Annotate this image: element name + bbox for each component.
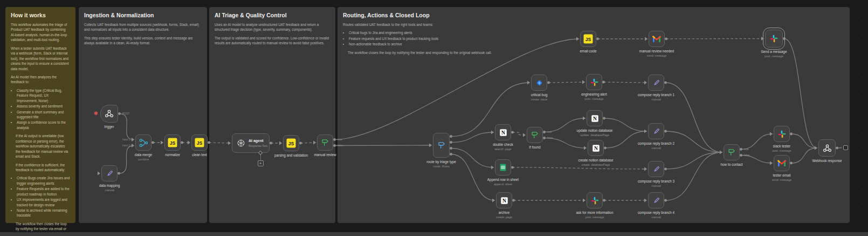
svg-text:N: N [594, 145, 598, 151]
node-parsing[interactable]: JS [283, 135, 299, 151]
node-label: engineering alertpost: message [562, 92, 626, 101]
node-subtitle: create: page [472, 215, 536, 219]
node-tester-email[interactable] [774, 155, 790, 171]
notion-icon: N [591, 114, 599, 123]
node-subtitle: manual [624, 215, 688, 219]
node-critical-bug[interactable] [531, 75, 547, 91]
node-data-mapping[interactable] [101, 165, 118, 181]
node-clean-text[interactable]: JS [191, 134, 208, 151]
node-subtitle: post: message [742, 55, 807, 58]
node-compose-reply-branch-3[interactable] [648, 161, 664, 177]
node-subtitle: manual [624, 146, 688, 150]
node-label: create notion databasecreate: databasePa… [563, 158, 628, 167]
workflow-endpoint[interactable] [843, 145, 848, 150]
node-subtitle: post: message [562, 97, 626, 101]
node-label: clean text [167, 153, 232, 157]
node-title: AI agent [249, 139, 267, 143]
node-label: compose reply branch 2manual [624, 141, 688, 150]
node-trigger[interactable] [100, 105, 118, 123]
workflow-canvas[interactable]: How it works This workflow automates the… [0, 0, 868, 236]
node-label: archivecreate: page [472, 211, 536, 219]
switch-icon [437, 141, 446, 150]
node-label: compose reply branch 3manual [624, 179, 688, 188]
node-label: compose reply branch 4manual [624, 211, 688, 219]
svg-text:JS: JS [288, 141, 294, 146]
node-compose-reply-branch-2[interactable] [648, 123, 664, 139]
js-icon: JS [168, 138, 177, 147]
node-how-to-contact[interactable] [724, 144, 740, 160]
gmail-icon [652, 36, 661, 43]
node-webhook-response[interactable] [818, 139, 836, 157]
slack-icon [590, 78, 598, 86]
node-engineering-alert[interactable] [586, 74, 602, 90]
node-label: update notion databaseupdate: databasePa… [562, 129, 627, 137]
node-label: tester emailsend: message [749, 173, 814, 182]
node-subtitle: post: message [562, 215, 627, 219]
node-label: Append row in sheetappend: sheet [471, 178, 535, 186]
node-label: email code [556, 49, 621, 53]
node-label: manual review [293, 153, 357, 157]
notion-icon: N [592, 144, 600, 152]
node-label: If found [502, 145, 567, 150]
openai-icon [237, 139, 245, 147]
add-subnode-button[interactable]: + [258, 160, 264, 166]
node-compose-reply-branch-1[interactable] [648, 75, 664, 91]
node-create-notion-database[interactable]: N [588, 140, 604, 156]
node-label: slack testerpost: message [749, 144, 814, 153]
node-subtitle: create: databasePage [563, 163, 628, 167]
node-subtitle: manual [624, 184, 688, 188]
js-icon: JS [195, 138, 204, 147]
node-compose-reply-branch-4[interactable] [648, 192, 664, 208]
notion-icon: N [499, 129, 507, 137]
svg-text:JS: JS [197, 140, 203, 146]
node-update-notion-database[interactable]: N [587, 110, 603, 126]
node-label: Webhook response [795, 159, 859, 163]
node-slack-tester[interactable] [774, 126, 790, 142]
svg-text:N: N [502, 198, 506, 204]
svg-text:N: N [501, 130, 505, 136]
if-icon [321, 138, 329, 147]
node-subtitle: send: message [624, 54, 689, 58]
node-label: how to contact [699, 163, 764, 167]
pencil-icon [652, 79, 660, 87]
trigger-issue-indicator: ✱ [94, 111, 98, 116]
node-send-a-message[interactable] [765, 30, 783, 48]
node-route-by-triage-type[interactable] [433, 133, 450, 158]
pencil-icon [106, 170, 114, 178]
pencil-icon [652, 197, 660, 205]
gmail-icon [777, 160, 786, 167]
node-if-found[interactable] [527, 127, 543, 143]
node-subtitle: Response Text [249, 144, 267, 147]
node-subtitle: manual [624, 98, 688, 102]
node-ai-agent[interactable]: AI agentResponse Text [232, 133, 270, 153]
jira-icon [535, 79, 543, 87]
canvas-bottom-edge [0, 232, 868, 236]
merge-icon [139, 138, 148, 147]
node-double-check[interactable]: N [495, 124, 511, 140]
node-subtitle: update: databasePage [562, 133, 627, 137]
node-data-merge[interactable] [135, 134, 151, 151]
svg-text:N: N [593, 116, 597, 122]
slack-icon [591, 197, 599, 205]
js-icon: JS [583, 34, 593, 44]
svg-text:JS: JS [585, 37, 591, 42]
notion-icon: N [500, 197, 508, 205]
node-archive[interactable]: N [496, 192, 512, 208]
node-subtitle: manual [77, 188, 142, 192]
webhook-icon [823, 144, 832, 153]
node-email-code[interactable]: JS [580, 31, 596, 47]
node-normalize[interactable]: JS [164, 134, 181, 151]
if-icon [531, 131, 539, 139]
nodes-layer: trigger✱data mappingmanualdata mergecomb… [0, 0, 868, 236]
node-label: trigger [77, 125, 142, 129]
node-label: compose reply branch 1manual [624, 93, 688, 102]
js-icon: JS [286, 138, 296, 148]
node-append-row-in-sheet[interactable] [495, 159, 511, 176]
slack-icon [778, 130, 786, 138]
node-subtitle: combine [111, 158, 176, 161]
pencil-icon [652, 127, 660, 136]
node-ask-for-more-information[interactable] [587, 192, 603, 208]
node-subtitle: post: message [749, 149, 814, 153]
node-manual-review[interactable] [317, 134, 333, 151]
node-manual-review-needed[interactable] [649, 31, 665, 47]
